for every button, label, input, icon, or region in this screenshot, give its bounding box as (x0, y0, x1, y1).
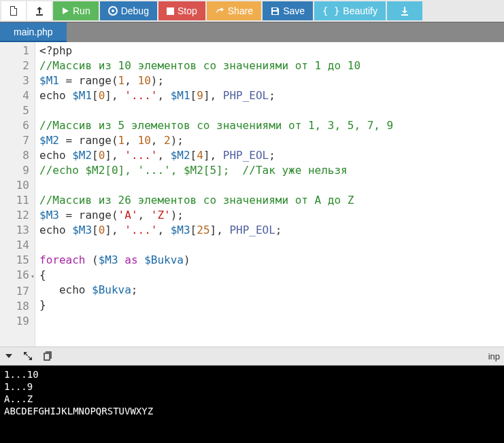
tab-main-php[interactable]: main.php (0, 22, 67, 42)
play-icon (61, 7, 69, 15)
code-line[interactable]: foreach ($M3 as $Bukva) (39, 253, 393, 268)
code-line[interactable]: //Массив из 26 элементов со значениями о… (39, 193, 393, 208)
code-line[interactable]: echo $Bukva; (39, 283, 393, 298)
share-label: Share (228, 5, 253, 16)
copy-icon[interactable] (42, 351, 52, 361)
stop-button[interactable]: Stop (158, 1, 205, 20)
code-line[interactable]: <?php (39, 43, 393, 58)
code-line[interactable]: { (39, 268, 393, 283)
code-line[interactable] (39, 313, 393, 327)
run-label: Run (73, 5, 90, 16)
save-button[interactable]: Save (263, 1, 313, 20)
code-line[interactable]: $M1 = range(1, 10); (39, 73, 393, 88)
share-button[interactable]: Share (207, 1, 261, 20)
toolbar: Run Debug Stop Share Save { } Beautify (0, 0, 504, 22)
save-label: Save (283, 5, 305, 16)
code-line[interactable] (39, 103, 393, 118)
code-line[interactable]: //Массив из 10 элементов со значениями о… (39, 58, 393, 73)
new-file-button[interactable] (1, 1, 26, 20)
code-line[interactable]: } (39, 298, 393, 313)
run-button[interactable]: Run (53, 1, 99, 20)
upload-icon (34, 5, 45, 16)
tab-bar: main.php (0, 22, 504, 42)
upload-button[interactable] (27, 1, 52, 20)
code-line[interactable]: echo $M2[0], '...', $M2[4], PHP_EOL; (39, 148, 393, 163)
console-output[interactable]: 1...10 1...9 A...Z ABCDEFGHIJKLMNOPQRSTU… (0, 366, 504, 443)
beautify-label: Beautify (343, 5, 377, 16)
svg-point-1 (112, 10, 114, 12)
svg-rect-3 (44, 353, 50, 360)
input-label: inp (488, 351, 500, 361)
code-line[interactable] (39, 238, 393, 253)
code-line[interactable]: //Массив из 5 элементов со значениями от… (39, 118, 393, 133)
code-line[interactable]: echo $M1[0], '...', $M1[9], PHP_EOL; (39, 88, 393, 103)
save-icon (271, 7, 280, 16)
braces-icon: { } (322, 5, 339, 16)
code-content[interactable]: <?php//Массив из 10 элементов со значени… (35, 42, 397, 347)
beautify-button[interactable]: { } Beautify (314, 1, 386, 20)
code-line[interactable]: //echo $M2[0], '...', $M2[5]; //Так уже … (39, 163, 393, 178)
expand-icon[interactable] (23, 351, 33, 361)
chevron-down-icon[interactable] (4, 351, 14, 361)
code-line[interactable]: echo $M3[0], '...', $M3[25], PHP_EOL; (39, 223, 393, 238)
debug-label: Debug (121, 5, 149, 16)
download-button[interactable] (387, 1, 422, 20)
debug-icon (108, 6, 118, 16)
stop-label: Stop (178, 5, 197, 16)
console-toolbar: inp (0, 347, 504, 366)
file-icon (8, 5, 19, 16)
code-line[interactable]: $M2 = range(1, 10, 2); (39, 133, 393, 148)
share-icon (215, 6, 224, 16)
tab-label: main.php (14, 26, 53, 37)
code-line[interactable] (39, 178, 393, 193)
stop-icon (167, 7, 174, 15)
code-line[interactable]: $M3 = range('A', 'Z'); (39, 208, 393, 223)
svg-rect-2 (167, 7, 174, 15)
download-icon (399, 5, 410, 16)
code-editor[interactable]: 12345678910111213141516▾171819 <?php//Ма… (0, 42, 504, 347)
line-gutter: 12345678910111213141516▾171819 (0, 42, 35, 347)
debug-button[interactable]: Debug (100, 1, 157, 20)
